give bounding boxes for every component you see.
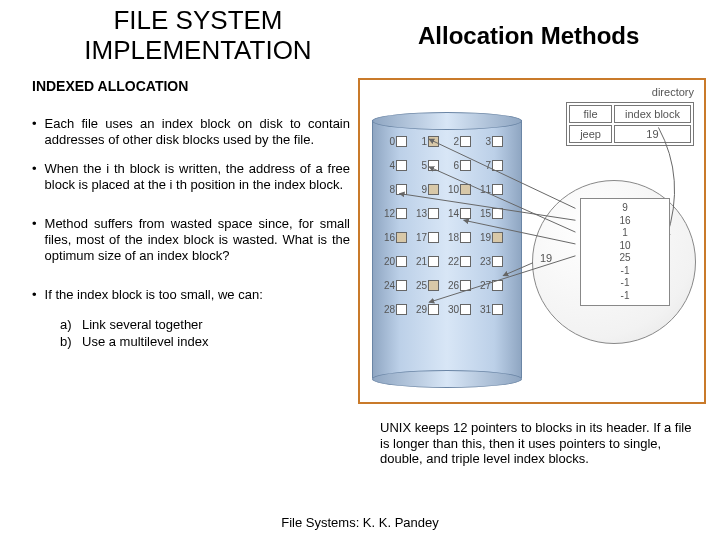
main-title: FILE SYSTEM IMPLEMENTATION (68, 6, 328, 66)
footer-text: File Systems: K. K. Pandey (0, 515, 720, 530)
disk-block: 7 (478, 160, 510, 171)
disk-block: 13 (414, 208, 446, 219)
index-entry: 9 (581, 202, 669, 215)
disk-block: 2 (446, 136, 478, 147)
disk-block: 22 (446, 256, 478, 267)
index-entry: 16 (581, 215, 669, 228)
title-line2: IMPLEMENTATION (84, 35, 311, 65)
index-block-content: 91611025-1-1-1 (580, 198, 670, 306)
disk-block: 6 (446, 160, 478, 171)
disk-block: 28 (382, 304, 414, 315)
disk-cylinder: 0123456789101112131415161718192021222324… (372, 112, 522, 388)
disk-block: 26 (446, 280, 478, 291)
index-entry: -1 (581, 265, 669, 278)
disk-block: 27 (478, 280, 510, 291)
index-entry: 25 (581, 252, 669, 265)
index-entry: 10 (581, 240, 669, 253)
disk-block: 31 (478, 304, 510, 315)
diagram-frame: directory file index block jeep 19 01234… (358, 78, 706, 404)
disk-block: 17 (414, 232, 446, 243)
title-line1: FILE SYSTEM (113, 5, 282, 35)
disk-block: 3 (478, 136, 510, 147)
disk-block: 9 (414, 184, 446, 195)
dir-cell-file: jeep (569, 125, 612, 143)
directory-table: file index block jeep 19 (566, 102, 694, 146)
disk-block: 23 (478, 256, 510, 267)
disk-block: 5 (414, 160, 446, 171)
bullet-list: •Each file uses an index block on disk t… (32, 116, 350, 352)
disk-block: 25 (414, 280, 446, 291)
unix-description: UNIX keeps 12 pointers to blocks in its … (380, 420, 700, 467)
disk-block: 18 (446, 232, 478, 243)
index-entry: -1 (581, 290, 669, 303)
dir-header-file: file (569, 105, 612, 123)
section-title: Allocation Methods (418, 22, 639, 50)
index-entry: -1 (581, 277, 669, 290)
subheading: INDEXED ALLOCATION (32, 78, 188, 94)
disk-block: 21 (414, 256, 446, 267)
bullet-item: •Each file uses an index block on disk t… (32, 116, 350, 147)
disk-block: 8 (382, 184, 414, 195)
bullet-item: •Method suffers from wasted space since,… (32, 216, 350, 263)
disk-block: 20 (382, 256, 414, 267)
disk-block: 14 (446, 208, 478, 219)
disk-block: 29 (414, 304, 446, 315)
subitem: b)Use a multilevel index (60, 334, 350, 350)
disk-block: 0 (382, 136, 414, 147)
disk-block: 10 (446, 184, 478, 195)
disk-block: 1 (414, 136, 446, 147)
disk-block: 19 (478, 232, 510, 243)
disk-block: 24 (382, 280, 414, 291)
disk-block: 15 (478, 208, 510, 219)
disk-block: 30 (446, 304, 478, 315)
disk-block: 16 (382, 232, 414, 243)
subitem: a)Link several together (60, 317, 350, 333)
bullet-item: •If the index block is too small, we can… (32, 287, 350, 303)
disk-block: 4 (382, 160, 414, 171)
bullet-item: •When the i th block is written, the add… (32, 161, 350, 192)
index-block-number: 19 (540, 252, 552, 264)
directory-label: directory (652, 86, 694, 98)
disk-block: 11 (478, 184, 510, 195)
dir-cell-index: 19 (614, 125, 691, 143)
dir-header-index: index block (614, 105, 691, 123)
disk-block: 12 (382, 208, 414, 219)
index-entry: 1 (581, 227, 669, 240)
